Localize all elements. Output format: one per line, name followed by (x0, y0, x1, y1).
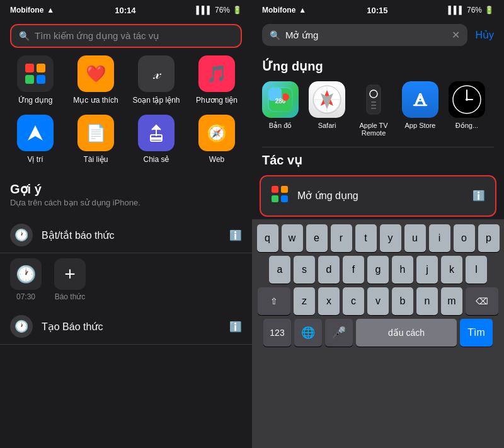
svg-rect-33 (281, 186, 288, 193)
right-wifi-icon: ▲ (299, 6, 306, 14)
shortcut-web[interactable]: 🧭 Web (192, 115, 242, 164)
right-search-container: 🔍 Mở ứng ✕ Hủy (252, 19, 504, 54)
shortcut-share[interactable]: Chia sẻ (131, 115, 181, 164)
left-panel: Mobifone ▲ 10:14 ▌▌▌ 76% 🔋 🔍 Tìm kiếm ứn… (0, 0, 252, 448)
clock-app-icon (449, 81, 485, 118)
appstore-app-label: App Store (405, 122, 436, 129)
right-search-bar[interactable]: 🔍 Mở ứng ✕ (262, 24, 467, 46)
app-result-safari[interactable]: Safari (309, 81, 345, 137)
shortcut-favorites[interactable]: ❤️ Mục ưa thích (71, 55, 121, 105)
safari-app-icon (309, 81, 345, 118)
left-status-bar: Mobifone ▲ 10:14 ▌▌▌ 76% 🔋 (0, 0, 252, 19)
create-alarm-item[interactable]: 🕐 Tạo Báo thức ℹ️ (0, 309, 252, 345)
shortcut-scripts[interactable]: 𝓍 Soạn tập lệnh (131, 55, 181, 105)
svg-rect-21 (371, 101, 376, 103)
shortcut-media[interactable]: 🎵 Phương tiện (192, 55, 242, 105)
app-result-appstore[interactable]: A App Store (402, 81, 438, 137)
key-space[interactable]: dấu cách (356, 319, 457, 347)
key-o[interactable]: o (454, 224, 475, 252)
keyboard: q w e r t y u i o p a s d f g h j k l ⇧ … (252, 219, 504, 449)
alarm-toggle-item[interactable]: 🕐 Bật/tắt báo thức ℹ️ (0, 217, 252, 253)
shortcut-documents[interactable]: 📄 Tài liệu (71, 115, 121, 164)
key-g[interactable]: g (367, 256, 389, 284)
right-carrier-text: Mobifone (262, 6, 295, 14)
right-battery-icon: 🔋 (484, 6, 494, 14)
shortcut-location[interactable]: Vị trí (10, 115, 60, 164)
clock-0730[interactable]: 🕐 07:30 (10, 258, 42, 301)
key-q[interactable]: q (257, 224, 278, 252)
shortcut-grid: Ứng dụng ❤️ Mục ưa thích 𝓍 Soạn tập lệnh… (0, 55, 252, 174)
left-time: 10:14 (115, 6, 135, 15)
signal-icon: ▌▌▌ (196, 6, 212, 14)
left-carrier-text: Mobifone (10, 6, 43, 14)
key-u[interactable]: u (404, 224, 426, 252)
key-f[interactable]: f (343, 256, 364, 284)
key-e[interactable]: e (306, 224, 328, 252)
key-globe[interactable]: 🌐 (294, 319, 322, 347)
left-search-container[interactable]: 🔍 Tìm kiếm ứng dụng và tác vụ (0, 19, 252, 55)
key-i[interactable]: i (429, 224, 450, 252)
app-result-clock[interactable]: Đồng... (449, 81, 485, 137)
right-signal-icon: ▌▌▌ (448, 6, 464, 14)
svg-rect-32 (272, 186, 278, 193)
svg-text:A: A (415, 89, 427, 109)
key-b[interactable]: b (392, 287, 413, 315)
app-result-appletv[interactable]: Apple TV Remote (355, 81, 392, 137)
key-m[interactable]: m (441, 287, 462, 315)
key-z[interactable]: z (294, 287, 315, 315)
clear-search-btn[interactable]: ✕ (452, 29, 460, 41)
key-l[interactable]: l (466, 256, 487, 284)
right-battery: ▌▌▌ 76% 🔋 (448, 6, 494, 14)
left-search-bar[interactable]: 🔍 Tìm kiếm ứng dụng và tác vụ (10, 24, 242, 48)
alarm-toggle-info-icon[interactable]: ℹ️ (229, 229, 242, 241)
key-v[interactable]: v (367, 287, 389, 315)
appletv-app-icon (355, 81, 392, 118)
keyboard-row-4: 123 🌐 🎤 dấu cách Tìm (255, 319, 501, 347)
shortcut-documents-label: Tài liệu (83, 155, 108, 164)
create-alarm-label: Tạo Báo thức (42, 321, 220, 333)
safari-app-label: Safari (318, 122, 336, 129)
shortcut-apps[interactable]: Ứng dụng (10, 55, 60, 105)
key-k[interactable]: k (441, 256, 462, 284)
search-icon: 🔍 (19, 31, 30, 41)
key-mic[interactable]: 🎤 (325, 319, 353, 347)
key-shift[interactable]: ⇧ (258, 287, 290, 315)
svg-rect-23 (371, 108, 376, 109)
apps-section-header: Ứng dụng (252, 54, 504, 79)
key-x[interactable]: x (318, 287, 340, 315)
suggestions-subtitle: Dựa trên cách bạn sử dụng iPhone. (10, 198, 242, 207)
cancel-search-btn[interactable]: Hủy (475, 29, 494, 41)
key-delete[interactable]: ⌫ (466, 287, 498, 315)
shortcut-media-label: Phương tiện (196, 96, 238, 105)
key-a[interactable]: a (269, 256, 290, 284)
keyboard-row-1: q w e r t y u i o p (255, 224, 501, 252)
left-battery-text: 76% (215, 6, 230, 14)
open-app-task[interactable]: Mở ứng dụng ℹ️ (260, 175, 496, 217)
shortcut-location-label: Vị trí (27, 155, 43, 164)
task-row-label: Mở ứng dụng (297, 190, 464, 202)
key-p[interactable]: p (478, 224, 500, 252)
appletv-app-label: Apple TV Remote (355, 122, 392, 137)
app-result-maps[interactable]: 280 Bản đồ (262, 81, 299, 137)
key-y[interactable]: y (380, 224, 401, 252)
key-r[interactable]: r (331, 224, 352, 252)
key-c[interactable]: c (343, 287, 364, 315)
key-s[interactable]: s (294, 256, 315, 284)
key-t[interactable]: t (355, 224, 377, 252)
key-d[interactable]: d (318, 256, 340, 284)
key-n[interactable]: n (416, 287, 438, 315)
keyboard-row-2: a s d f g h j k l (255, 256, 501, 284)
add-alarm[interactable]: + Báo thức (54, 258, 86, 301)
wifi-icon: ▲ (47, 6, 54, 14)
task-info-icon[interactable]: ℹ️ (472, 190, 485, 202)
key-h[interactable]: h (392, 256, 413, 284)
right-carrier: Mobifone ▲ (262, 6, 306, 14)
suggestions-title: Gợi ý (10, 181, 242, 197)
key-w[interactable]: w (282, 224, 303, 252)
key-search[interactable]: Tìm (460, 319, 493, 347)
create-alarm-info-icon[interactable]: ℹ️ (229, 321, 242, 333)
tasks-section-header: Tác vụ (252, 147, 504, 173)
add-alarm-label: Báo thức (55, 292, 86, 301)
key-j[interactable]: j (416, 256, 438, 284)
key-numbers[interactable]: 123 (263, 319, 291, 347)
